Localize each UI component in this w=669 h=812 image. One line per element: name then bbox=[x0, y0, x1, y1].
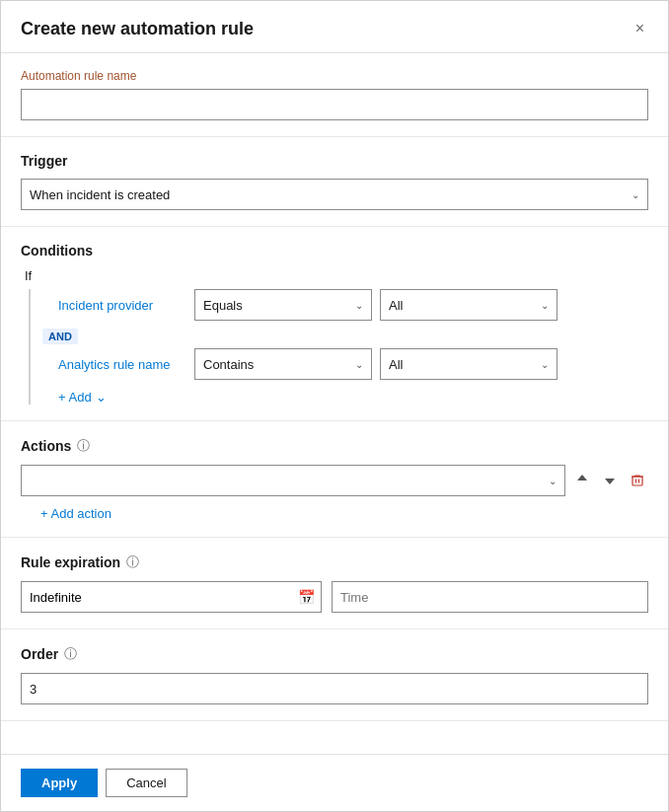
chevron-icon-val1: ⌄ bbox=[541, 300, 549, 311]
svg-rect-0 bbox=[632, 477, 642, 485]
chevron-icon-op1: ⌄ bbox=[355, 300, 363, 311]
order-input[interactable] bbox=[21, 673, 648, 704]
dialog-footer: Apply Cancel bbox=[1, 754, 668, 811]
conditions-section: Conditions If Incident provider Equals ⌄… bbox=[1, 227, 668, 421]
add-condition-button[interactable]: + Add ⌄ bbox=[38, 390, 107, 405]
automation-rule-name-label: Automation rule name bbox=[21, 69, 648, 83]
condition-value-2[interactable]: All ⌄ bbox=[380, 348, 558, 380]
expiration-time-input[interactable] bbox=[332, 581, 648, 613]
condition-operator-1[interactable]: Equals ⌄ bbox=[194, 289, 372, 321]
order-title: Order bbox=[21, 646, 58, 662]
expiration-date-input[interactable] bbox=[22, 586, 292, 609]
add-action-row: + Add action bbox=[21, 506, 648, 521]
expiration-header: Rule expiration ⓘ bbox=[21, 554, 648, 571]
add-action-button[interactable]: + Add action bbox=[21, 506, 112, 521]
trigger-title: Trigger bbox=[21, 153, 648, 169]
trigger-chevron-icon: ⌄ bbox=[632, 189, 639, 200]
order-info-icon: ⓘ bbox=[64, 645, 77, 663]
trigger-dropdown[interactable]: When incident is created ⌄ bbox=[21, 179, 648, 210]
action-move-up-button[interactable] bbox=[571, 469, 593, 493]
rule-expiration-section: Rule expiration ⓘ 📅 bbox=[1, 538, 668, 629]
chevron-icon-val2: ⌄ bbox=[541, 359, 549, 370]
actions-section: Actions ⓘ ⌄ bbox=[1, 421, 668, 538]
expiration-title: Rule expiration bbox=[21, 554, 120, 570]
action-move-down-button[interactable] bbox=[599, 469, 621, 493]
condition-operator-value-1: Equals bbox=[203, 298, 243, 313]
if-label: If bbox=[21, 268, 648, 283]
condition-value-1[interactable]: All ⌄ bbox=[380, 289, 558, 321]
condition-row-1: Incident provider Equals ⌄ All ⌄ bbox=[38, 289, 648, 321]
trigger-selected-value: When incident is created bbox=[30, 187, 170, 202]
cancel-button[interactable]: Cancel bbox=[106, 769, 186, 797]
expiration-date-wrap: 📅 bbox=[21, 581, 322, 613]
action-dropdown[interactable]: ⌄ bbox=[21, 465, 565, 496]
condition-label-1: Incident provider bbox=[58, 298, 186, 313]
condition-container: Incident provider Equals ⌄ All ⌄ AND bbox=[29, 289, 648, 405]
apply-button[interactable]: Apply bbox=[21, 769, 98, 797]
automation-rule-dialog: Create new automation rule × Automation … bbox=[0, 0, 669, 812]
dialog-body: Automation rule name Trigger When incide… bbox=[1, 53, 668, 754]
condition-operator-2[interactable]: Contains ⌄ bbox=[194, 348, 372, 380]
chevron-icon-op2: ⌄ bbox=[355, 359, 363, 370]
and-badge: AND bbox=[38, 325, 648, 348]
order-header: Order ⓘ bbox=[21, 645, 648, 663]
condition-label-2: Analytics rule name bbox=[58, 357, 186, 372]
dialog-title: Create new automation rule bbox=[21, 19, 254, 39]
add-chevron-icon: ⌄ bbox=[96, 390, 107, 405]
condition-value-text-2: All bbox=[389, 357, 403, 372]
add-condition-row: + Add ⌄ bbox=[38, 390, 648, 405]
condition-value-text-1: All bbox=[389, 298, 403, 313]
expiration-row: 📅 bbox=[21, 581, 648, 613]
trigger-section: Trigger When incident is created ⌄ bbox=[1, 137, 668, 227]
actions-title: Actions bbox=[21, 438, 71, 454]
action-chevron-icon: ⌄ bbox=[549, 476, 557, 486]
actions-header: Actions ⓘ bbox=[21, 437, 648, 455]
conditions-title: Conditions bbox=[21, 243, 648, 258]
add-action-label: + Add action bbox=[40, 506, 112, 521]
calendar-icon[interactable]: 📅 bbox=[292, 589, 321, 605]
condition-row-2: Analytics rule name Contains ⌄ All ⌄ bbox=[38, 348, 648, 380]
automation-rule-name-section: Automation rule name bbox=[1, 53, 668, 137]
automation-rule-name-input[interactable] bbox=[21, 89, 648, 120]
order-section: Order ⓘ bbox=[1, 629, 668, 721]
dialog-header: Create new automation rule × bbox=[1, 1, 668, 53]
condition-operator-value-2: Contains bbox=[203, 357, 254, 372]
action-delete-button[interactable] bbox=[627, 469, 648, 493]
action-row: ⌄ bbox=[21, 465, 648, 496]
close-button[interactable]: × bbox=[632, 17, 648, 40]
actions-info-icon: ⓘ bbox=[77, 437, 90, 455]
expiration-info-icon: ⓘ bbox=[126, 554, 139, 571]
